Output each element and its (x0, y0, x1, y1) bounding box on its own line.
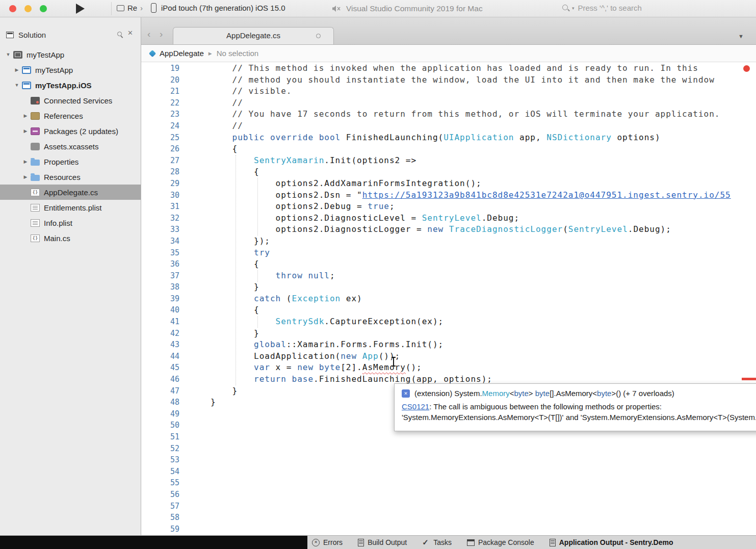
code-token: .Debug); (628, 224, 671, 234)
signature-token: byte (535, 389, 550, 398)
breadcrumb-separator-icon: ▶ (208, 51, 212, 56)
solution-pad-title: Solution (18, 31, 46, 39)
tree-item-assets-xcassets[interactable]: Assets.xcassets (0, 139, 141, 154)
tree-item-main-cs[interactable]: Main.cs (0, 230, 141, 246)
code-token: throw (211, 271, 303, 280)
class-icon (149, 49, 156, 57)
tab-state-circle-icon[interactable] (316, 34, 321, 38)
tree-item-mytestapp[interactable]: ▶myTestApp (0, 62, 141, 77)
editor: ‹ › AppDelegate.cs ▼ AppDelegate ▶ No se… (141, 17, 756, 535)
navigate-forward-button[interactable]: › (160, 29, 163, 39)
code-lines: 19 // This method is invoked when the ap… (141, 63, 756, 535)
tab-list-chevron-down-icon[interactable]: ▼ (738, 33, 744, 39)
disclosure-right-icon[interactable]: ▶ (21, 159, 30, 164)
code-line-29: 29 options2.AddXamarinFormsIntegration()… (141, 178, 756, 190)
device-selector[interactable]: iPod touch (7th generation) iOS 15.0 (151, 3, 285, 13)
tree-item-references[interactable]: ▶References (0, 108, 141, 123)
code-token: .FinishedLaunching(app, options); (314, 374, 492, 384)
line-number: 36 (141, 258, 179, 270)
close-window-button[interactable] (9, 5, 16, 12)
code-token: } (211, 328, 259, 338)
disclosure-right-icon[interactable]: ▶ (21, 174, 30, 179)
tree-item-label: References (44, 112, 83, 120)
tree-item-label: myTestApp (35, 66, 73, 74)
tooltip-signature: (extension) System.Memory<byte> byte[].A… (414, 389, 674, 398)
errors-icon (312, 539, 320, 546)
disclosure-down-icon[interactable]: ▼ (13, 83, 21, 88)
signature-token: >() (+ 7 overloads) (611, 389, 674, 398)
code-token: return (211, 374, 286, 384)
minimize-window-button[interactable] (24, 5, 32, 12)
solution-icon (13, 51, 22, 59)
line-number: 45 (141, 362, 179, 374)
pad-button-errors[interactable]: Errors (312, 538, 343, 546)
dsn-url-link[interactable]: https://5a193123a9b841bc8d8e42531e7242a1… (362, 190, 731, 200)
tree-item-appdelegate-cs[interactable]: AppDelegate.cs (0, 185, 141, 200)
pad-button-tasks[interactable]: Tasks (422, 538, 452, 546)
line-text: // (211, 97, 243, 109)
search-field[interactable]: ▾ Press '^,' to search (562, 4, 642, 12)
pad-button-package-console[interactable]: Package Console (467, 538, 534, 546)
pad-button-label: Build Output (368, 538, 407, 546)
tree-item-packages-2-updates[interactable]: ▶Packages (2 updates) (0, 123, 141, 139)
disclosure-right-icon[interactable]: ▶ (21, 113, 30, 118)
breadcrumb-selection[interactable]: No selection (217, 49, 259, 58)
tree-item-mytestapp[interactable]: ▼myTestApp (0, 47, 141, 62)
pad-button-build-output[interactable]: Build Output (358, 538, 407, 546)
tree-item-info-plist[interactable]: Info.plist (0, 215, 141, 230)
line-number: 50 (141, 420, 179, 431)
statusbar: ErrorsBuild OutputTasksPackage ConsoleAp… (0, 535, 756, 549)
tree-item-label: Info.plist (44, 219, 72, 227)
line-number: 40 (141, 304, 179, 316)
line-text: { (211, 258, 259, 270)
project-icon (22, 82, 31, 89)
line-number: 59 (141, 524, 179, 535)
code-token: NSDictionary (546, 133, 612, 142)
line-text: }); (211, 236, 270, 247)
scrollbar-error-marker (742, 378, 756, 380)
line-number: 28 (141, 166, 179, 178)
code-line-40: 40 { (141, 304, 756, 316)
line-text: options2.Debug = true; (211, 201, 395, 213)
breadcrumb-symbol[interactable]: AppDelegate (160, 49, 204, 58)
code-line-39: 39 catch (Exception ex) (141, 293, 756, 305)
pin-pad-icon[interactable] (117, 32, 123, 38)
code-line-41: 41 SentrySdk.CaptureException(ex); (141, 316, 756, 328)
line-text: var x = new byte[2].AsMemory(); (211, 362, 422, 374)
code-line-38: 38 } (141, 281, 756, 293)
tree-item-mytestapp-ios[interactable]: ▼myTestApp.iOS (0, 77, 141, 93)
tree-item-label: Connected Services (44, 96, 112, 105)
line-number: 47 (141, 385, 179, 397)
device-label: iPod touch (7th generation) iOS 15.0 (161, 4, 285, 12)
code-token: // (211, 121, 243, 130)
pad-button-application-output-sentry-demo[interactable]: Application Output - Sentry.Demo (550, 538, 673, 546)
code-token: ()); (379, 351, 401, 361)
tab-appdelegate[interactable]: AppDelegate.cs (173, 27, 334, 44)
services-icon (31, 97, 40, 104)
disclosure-down-icon[interactable]: ▼ (4, 52, 12, 57)
line-text: // visible. (211, 86, 292, 97)
tree-item-entitlements-plist[interactable]: Entitlements.plist (0, 200, 141, 215)
close-pad-icon[interactable]: ✕ (127, 29, 133, 37)
disclosure-right-icon[interactable]: ▶ (21, 128, 30, 134)
tree-item-resources[interactable]: ▶Resources (0, 169, 141, 185)
code-line-34: 34 }); (141, 236, 756, 247)
build-configuration-selector[interactable]: Re › (117, 4, 143, 12)
line-number: 31 (141, 201, 179, 213)
navigate-back-button[interactable]: ‹ (147, 29, 150, 39)
zoom-window-button[interactable] (40, 5, 47, 12)
code-token: // This method is invoked when the appli… (211, 63, 698, 73)
tree-item-properties[interactable]: ▶Properties (0, 154, 141, 169)
code-token: public override bool (211, 133, 341, 142)
line-text: { (211, 166, 259, 178)
code-editor[interactable]: 19 // This method is invoked when the ap… (141, 62, 756, 535)
code-token: SentryXamarin (211, 155, 324, 165)
disclosure-right-icon[interactable]: ▶ (13, 67, 21, 72)
pad-button-label: Package Console (478, 538, 534, 546)
tree-item-label: Entitlements.plist (44, 203, 101, 212)
run-button[interactable] (76, 4, 85, 14)
code-line-58: 58 (141, 512, 756, 524)
tree-item-connected-services[interactable]: Connected Services (0, 93, 141, 108)
chevron-right-icon: › (140, 4, 143, 12)
error-code-link[interactable]: CS0121 (402, 402, 429, 411)
